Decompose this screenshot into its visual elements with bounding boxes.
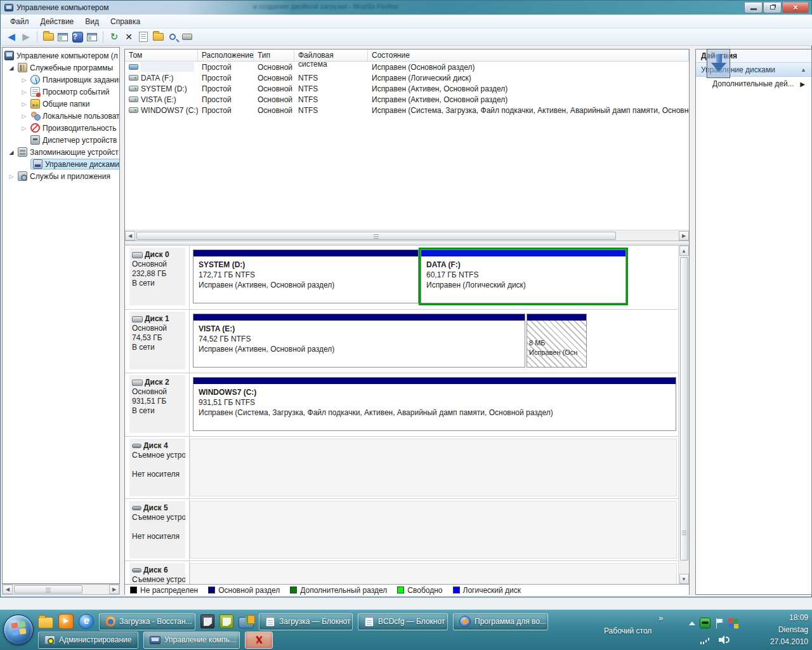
scroll-right-icon[interactable]: ▶ bbox=[679, 231, 689, 241]
disk-label[interactable]: Диск 2 Основной 931,51 ГБ В сети bbox=[129, 375, 185, 433]
no-media-area[interactable] bbox=[190, 501, 677, 559]
menu-view[interactable]: Вид bbox=[80, 16, 104, 27]
taskbar-clock[interactable]: 18:09 Dienstag 27.04.2010 bbox=[770, 612, 808, 648]
column-header-status[interactable]: Состояние bbox=[368, 50, 689, 61]
explorer-icon[interactable] bbox=[38, 617, 53, 628]
window-title-bar[interactable]: и создание двойной загрузки - Mozilla Fi… bbox=[1, 1, 811, 15]
help-icon[interactable]: ? bbox=[71, 30, 84, 43]
menu-action[interactable]: Действие bbox=[36, 16, 79, 27]
partition-data-f[interactable]: DATA (F:) 60,17 ГБ NTFS Исправен (Логиче… bbox=[419, 248, 628, 305]
column-header-layout[interactable]: Расположение bbox=[198, 50, 254, 61]
pane-splitter[interactable] bbox=[125, 241, 689, 246]
taskbar-button-administration[interactable]: Администрирование bbox=[38, 632, 138, 649]
expander-icon[interactable]: ▷ bbox=[20, 113, 28, 119]
taskbar-button-firefox[interactable]: Загрузка - Восстан... bbox=[99, 613, 195, 630]
scroll-down-icon[interactable]: ▼ bbox=[679, 574, 689, 584]
network-signal-icon[interactable] bbox=[700, 636, 711, 644]
find-icon[interactable] bbox=[166, 30, 179, 43]
column-header-type[interactable]: Тип bbox=[254, 50, 294, 61]
show-action-pane-icon[interactable] bbox=[86, 30, 98, 43]
antivirus-tray-icon[interactable] bbox=[700, 618, 710, 628]
start-button[interactable] bbox=[3, 614, 34, 645]
table-row[interactable]: WINDOWS7 (C:) Простой Основной NTFS Испр… bbox=[125, 105, 689, 116]
tree-item-storage[interactable]: ◢ Запоминающие устройст bbox=[3, 146, 119, 158]
tree-item-task-scheduler[interactable]: ▷ Планировщик заданий bbox=[3, 74, 119, 86]
expander-icon[interactable]: ▷ bbox=[20, 89, 28, 95]
open-icon[interactable] bbox=[152, 30, 164, 43]
pinned-editor-dark-icon[interactable] bbox=[200, 614, 214, 628]
color-grid-tray-icon[interactable] bbox=[728, 618, 738, 628]
delete-icon[interactable]: ✕ bbox=[122, 30, 135, 43]
volume-icon[interactable] bbox=[719, 635, 730, 644]
disk-label[interactable]: Диск 4 Съемное устройство Нет носителя bbox=[129, 439, 185, 496]
tree-item-shared-folders[interactable]: ▷ Общие папки bbox=[3, 98, 119, 110]
column-header-volume[interactable]: Том bbox=[125, 50, 198, 61]
actions-more-item[interactable]: Дополнительные дей... ▶ bbox=[696, 77, 811, 91]
tree-item-system-tools[interactable]: ◢ Служебные программы bbox=[3, 62, 119, 74]
scroll-left-icon[interactable]: ◀ bbox=[125, 231, 135, 241]
pinned-editor-green-icon[interactable] bbox=[219, 614, 233, 628]
disk-settings-icon[interactable] bbox=[181, 30, 193, 43]
export-list-icon[interactable] bbox=[56, 30, 69, 43]
taskbar-button-program[interactable]: Программа для во... bbox=[453, 613, 548, 630]
collapse-icon[interactable]: ▲ bbox=[801, 67, 806, 73]
partition-system-d[interactable]: SYSTEM (D:) 172,71 ГБ NTFS Исправен (Акт… bbox=[193, 249, 419, 303]
expander-icon[interactable]: ▷ bbox=[8, 173, 15, 180]
tree-item-device-manager[interactable]: Диспетчер устройств bbox=[3, 134, 119, 146]
back-icon[interactable]: ◀ bbox=[5, 30, 18, 43]
scrollbar-thumb[interactable] bbox=[14, 585, 82, 594]
desktop-toolbar-label[interactable]: Рабочий стол bbox=[604, 627, 652, 635]
pinned-computer-viewer-icon[interactable] bbox=[239, 617, 254, 628]
restore-button[interactable] bbox=[763, 3, 782, 13]
scroll-left-icon[interactable]: ◀ bbox=[3, 585, 13, 594]
menu-file[interactable]: Файл bbox=[5, 16, 34, 27]
scrollbar-thumb[interactable] bbox=[680, 257, 688, 560]
table-row[interactable]: SYSTEM (D:) Простой Основной NTFS Исправ… bbox=[125, 83, 689, 94]
disk-label[interactable]: Диск 0 Основной 232,88 ГБ В сети bbox=[129, 248, 185, 305]
disk-label[interactable]: Диск 6 Съемное устройство bbox=[129, 563, 185, 584]
no-media-area[interactable] bbox=[190, 439, 677, 496]
action-center-flag-icon[interactable] bbox=[715, 618, 724, 628]
partition-windows7-c[interactable]: WINDOWS7 (C:) 931,51 ГБ NTFS Исправен (С… bbox=[193, 377, 676, 431]
no-media-area[interactable] bbox=[190, 563, 677, 584]
tree-horizontal-scrollbar[interactable]: ◀ ▶ bbox=[2, 584, 120, 595]
internet-explorer-icon[interactable] bbox=[79, 614, 94, 629]
show-console-tree-icon[interactable] bbox=[42, 30, 55, 43]
taskbar-button-red-tool[interactable] bbox=[245, 632, 273, 649]
toolbar-chevron-icon[interactable]: » bbox=[658, 613, 663, 623]
tree-item-disk-management[interactable]: Управление дисками bbox=[3, 158, 119, 170]
scrollbar-thumb[interactable] bbox=[136, 232, 616, 240]
partition-vista-e[interactable]: VISTA (E:) 74,52 ГБ NTFS Исправен (Актив… bbox=[193, 314, 525, 368]
tree-item-event-viewer[interactable]: ▷ Просмотр событий bbox=[3, 86, 119, 98]
menu-help[interactable]: Справка bbox=[105, 16, 145, 27]
disk-label[interactable]: Диск 5 Съемное устройство Нет носителя bbox=[129, 501, 185, 559]
properties-icon[interactable] bbox=[137, 30, 150, 43]
table-row[interactable]: DATA (F:) Простой Основной NTFS Исправен… bbox=[125, 72, 689, 83]
column-header-filesystem[interactable]: Файловая система bbox=[294, 50, 368, 61]
tree-item-services[interactable]: ▷ Службы и приложения bbox=[3, 170, 119, 182]
media-player-icon[interactable] bbox=[58, 614, 74, 629]
selected-tree-item[interactable]: Управление дисками bbox=[30, 159, 120, 169]
taskbar-button-notepad-2[interactable]: BCDcfg — Блокнот bbox=[358, 613, 448, 630]
refresh-icon[interactable]: ↻ bbox=[108, 30, 121, 43]
expander-icon[interactable]: ◢ bbox=[8, 65, 15, 71]
forward-icon[interactable]: ▶ bbox=[20, 30, 32, 43]
minimize-button[interactable] bbox=[744, 3, 763, 13]
expander-icon[interactable]: ▷ bbox=[20, 77, 28, 83]
expander-icon[interactable]: ▷ bbox=[20, 125, 28, 131]
tree-item-computer-management[interactable]: Управление компьютером (л bbox=[3, 50, 119, 62]
tree-item-local-users[interactable]: ▷ Локальные пользовате bbox=[3, 110, 119, 122]
expander-icon[interactable]: ▷ bbox=[20, 101, 28, 107]
volume-list-horizontal-scrollbar[interactable]: ◀ ▶ bbox=[125, 230, 689, 241]
table-row[interactable]: VISTA (E:) Простой Основной NTFS Исправе… bbox=[125, 94, 689, 105]
table-row[interactable]: Простой Основной Исправен (Основной разд… bbox=[125, 62, 689, 72]
disk-label[interactable]: Диск 1 Основной 74,53 ГБ В сети bbox=[129, 312, 185, 369]
expander-icon[interactable]: ◢ bbox=[8, 149, 15, 156]
scroll-up-icon[interactable]: ▲ bbox=[679, 246, 689, 256]
partition-8mb[interactable]: 8 МБ Исправен (Осн bbox=[527, 314, 587, 368]
taskbar-button-notepad-1[interactable]: Загрузка — Блокнот bbox=[259, 613, 353, 630]
scroll-right-icon[interactable]: ▶ bbox=[109, 585, 119, 594]
disk-view-vertical-scrollbar[interactable]: ▲ ▼ bbox=[678, 246, 689, 584]
tree-item-performance[interactable]: ▷ Производительность bbox=[3, 122, 119, 134]
close-button[interactable]: × bbox=[782, 3, 809, 13]
